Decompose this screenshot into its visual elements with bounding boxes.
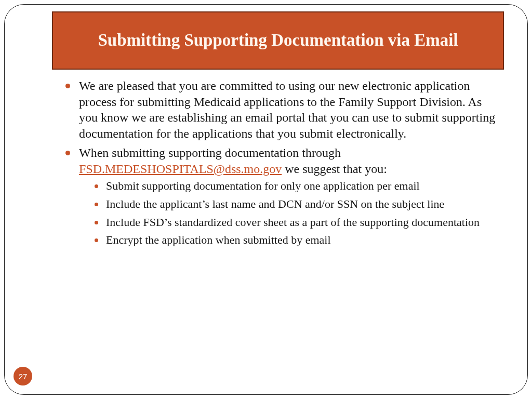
sub-bullet-item: Include the applicant’s last name and DC… [95, 197, 502, 212]
email-link[interactable]: FSD.MEDESHOSPITALS@dss.mo.gov [79, 162, 282, 176]
sub-bullet-item: Encrypt the application when submitted b… [95, 233, 502, 248]
bullet-text-pre: When submitting supporting documentation… [79, 146, 341, 159]
sub-bullet-text: Include FSD’s standardized cover sheet a… [106, 216, 480, 229]
sub-bullet-text: Include the applicant’s last name and DC… [106, 197, 444, 210]
slide-title: Submitting Supporting Documentation via … [98, 30, 458, 51]
sub-bullet-text: Encrypt the application when submitted b… [106, 233, 331, 246]
sub-bullet-item: Include FSD’s standardized cover sheet a… [95, 215, 502, 230]
title-banner: Submitting Supporting Documentation via … [52, 11, 504, 70]
sub-bullet-item: Submit supporting documentation for only… [95, 179, 502, 194]
slide: Submitting Supporting Documentation via … [0, 0, 532, 399]
bullet-item: When submitting supporting documentation… [65, 145, 502, 248]
bullet-list: We are pleased that you are committed to… [65, 78, 502, 248]
bullet-item: We are pleased that you are committed to… [65, 78, 502, 142]
slide-content: We are pleased that you are committed to… [65, 78, 502, 251]
page-number-badge: 27 [14, 367, 32, 385]
sub-bullet-list: Submit supporting documentation for only… [95, 179, 502, 247]
sub-bullet-text: Submit supporting documentation for only… [106, 179, 420, 192]
bullet-text: We are pleased that you are committed to… [79, 79, 495, 140]
bullet-text-post: we suggest that you: [282, 162, 387, 176]
page-number: 27 [19, 372, 28, 381]
